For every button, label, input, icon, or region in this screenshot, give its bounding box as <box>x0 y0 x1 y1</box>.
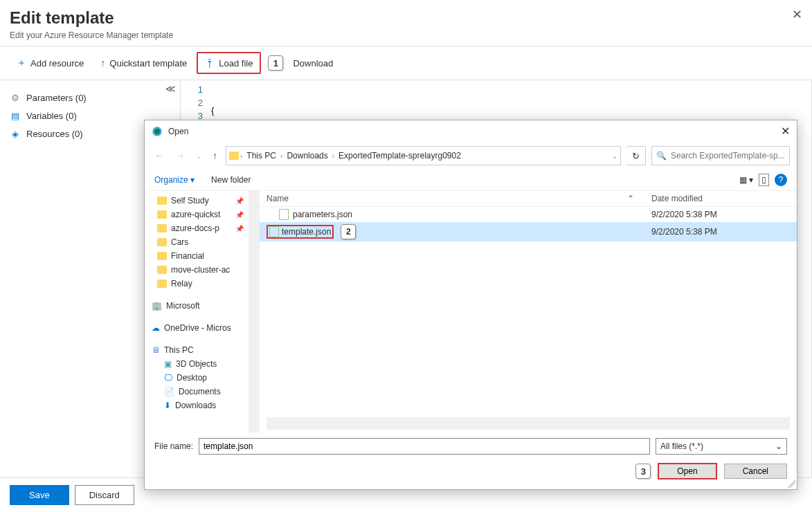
cube-icon: ◈ <box>10 128 21 139</box>
tree-item[interactable]: 🖵Desktop <box>145 371 248 385</box>
view-options-icon[interactable]: ▦ ▾ <box>739 175 753 185</box>
3d-icon: ▣ <box>164 359 172 369</box>
filetype-select[interactable]: All files (*.*) ⌄ <box>656 438 787 455</box>
svg-point-1 <box>154 129 160 134</box>
chevron-down-icon[interactable]: ⌄ <box>612 152 617 160</box>
json-file-icon <box>279 209 289 220</box>
preview-pane-icon[interactable]: ▯ <box>759 174 769 186</box>
dialog-title: Open <box>168 127 188 136</box>
col-name[interactable]: Name <box>267 194 610 203</box>
add-resource-label: Add resource <box>30 58 84 68</box>
folder-tree[interactable]: Self Study📌 azure-quickst📌 azure-docs-p📌… <box>145 191 249 432</box>
file-open-dialog: Open ✕ ← → ⌄ ↑ › This PC › Downloads › E… <box>144 120 797 490</box>
search-input[interactable]: 🔍 Search ExportedTemplate-sp... <box>651 146 790 165</box>
breadcrumb-pc[interactable]: This PC <box>244 151 279 161</box>
pin-icon: 📌 <box>235 225 244 232</box>
desktop-icon: 🖵 <box>164 373 172 383</box>
folder-icon <box>157 210 167 219</box>
tree-item[interactable]: 📄Documents <box>145 385 248 399</box>
quickstart-button[interactable]: ↑ Quickstart template <box>93 53 194 73</box>
tree-item-microsoft[interactable]: 🏢Microsoft <box>145 299 248 313</box>
tree-item[interactable]: move-cluster-ac <box>145 263 248 277</box>
file-row[interactable]: parameters.json 9/2/2020 5:38 PM <box>260 207 797 222</box>
filename-label: File name: <box>154 441 193 451</box>
back-icon[interactable]: ← <box>152 149 167 163</box>
address-bar[interactable]: › This PC › Downloads › ExportedTemplate… <box>226 146 621 165</box>
file-name: template.json <box>282 227 331 237</box>
building-icon: 🏢 <box>152 301 162 311</box>
pin-icon: 📌 <box>235 211 244 219</box>
dialog-close-icon[interactable]: ✕ <box>781 125 790 138</box>
download-label: Download <box>293 58 333 68</box>
callout-2: 2 <box>341 224 356 239</box>
col-date[interactable]: Date modified <box>651 194 790 203</box>
breadcrumb-downloads[interactable]: Downloads <box>284 151 330 161</box>
toolbar: ＋ Add resource ↑ Quickstart template ⭱ L… <box>0 46 812 80</box>
folder-icon <box>157 266 167 274</box>
upload-icon: ⭱ <box>205 57 215 68</box>
callout-1: 1 <box>268 55 283 71</box>
sidebar-variables-label: Variables (0) <box>26 111 77 121</box>
pin-icon: 📌 <box>235 197 244 205</box>
dialog-nav: ← → ⌄ ↑ › This PC › Downloads › Exported… <box>145 142 797 170</box>
tree-item[interactable]: Self Study📌 <box>145 194 248 208</box>
chevron-right-icon: › <box>280 152 282 160</box>
tree-item-thispc[interactable]: 🖥This PC <box>145 343 248 357</box>
list-header[interactable]: Name ⌃ Date modified <box>260 191 797 207</box>
tree-item[interactable]: azure-docs-p📌 <box>145 221 248 235</box>
up-arrow-icon: ↑ <box>100 57 105 68</box>
sidebar-resources-label: Resources (0) <box>26 129 83 139</box>
tree-scrollbar[interactable] <box>249 191 260 432</box>
tree-item[interactable]: ⬇Downloads <box>145 399 248 412</box>
tree-item[interactable]: Financial <box>145 249 248 263</box>
forward-icon[interactable]: → <box>172 149 188 163</box>
download-button[interactable]: Download <box>286 54 340 73</box>
folder-icon <box>229 152 239 160</box>
dialog-titlebar: Open ✕ <box>145 120 797 142</box>
help-icon[interactable]: ? <box>775 174 787 186</box>
quickstart-label: Quickstart template <box>109 58 187 68</box>
chevron-right-icon: › <box>332 152 334 160</box>
organize-menu[interactable]: Organize ▾ <box>154 175 195 185</box>
file-list: Name ⌃ Date modified parameters.json 9/2… <box>260 191 797 432</box>
callout-3: 3 <box>635 464 651 479</box>
chevron-right-icon: › <box>240 152 242 160</box>
add-resource-button[interactable]: ＋ Add resource <box>10 53 91 73</box>
tree-item[interactable]: azure-quickst📌 <box>145 208 248 221</box>
downloads-icon: ⬇ <box>164 401 171 410</box>
chevron-down-icon: ⌄ <box>775 441 782 451</box>
tree-item[interactable]: ▣3D Objects <box>145 357 248 371</box>
tree-item[interactable]: Cars <box>145 235 248 249</box>
breadcrumb-folder[interactable]: ExportedTemplate-sprelayrg0902 <box>336 151 464 161</box>
filename-input[interactable] <box>199 438 650 455</box>
refresh-button[interactable]: ↻ <box>626 146 646 165</box>
sort-indicator: ⌃ <box>610 194 651 203</box>
discard-button[interactable]: Discard <box>75 485 134 505</box>
dialog-body: Self Study📌 azure-quickst📌 azure-docs-p📌… <box>145 191 797 432</box>
folder-icon <box>157 280 167 288</box>
load-file-button[interactable]: ⭱ Load file <box>197 52 261 74</box>
dialog-bottom: File name: All files (*.*) ⌄ 3 Open Canc… <box>145 432 797 489</box>
tree-item[interactable]: Relay <box>145 277 248 291</box>
load-file-label: Load file <box>219 58 253 68</box>
horizontal-scrollbar[interactable] <box>267 417 790 430</box>
collapse-icon[interactable]: ≪ <box>165 83 176 94</box>
up-icon[interactable]: ↑ <box>210 149 220 163</box>
page-title: Edit template <box>10 8 802 28</box>
sidebar-item-parameters[interactable]: ⚙ Parameters (0) <box>7 89 173 107</box>
search-icon: 🔍 <box>656 151 667 161</box>
plus-icon: ＋ <box>17 57 26 69</box>
open-button[interactable]: Open <box>658 463 716 479</box>
close-icon[interactable]: ✕ <box>792 7 802 22</box>
resize-grip[interactable] <box>787 479 795 488</box>
pc-icon: 🖥 <box>152 345 160 355</box>
tree-item-onedrive[interactable]: ☁OneDrive - Micros <box>145 321 248 335</box>
file-row-selected[interactable]: template.json 2 9/2/2020 5:38 PM <box>260 222 797 241</box>
json-file-icon <box>269 226 279 237</box>
filter-label: All files (*.*) <box>660 441 703 451</box>
chevron-down-icon[interactable]: ⌄ <box>193 151 204 161</box>
folder-icon <box>157 252 167 260</box>
cancel-button[interactable]: Cancel <box>724 464 787 479</box>
new-folder-button[interactable]: New folder <box>211 175 251 185</box>
save-button[interactable]: Save <box>10 485 69 505</box>
